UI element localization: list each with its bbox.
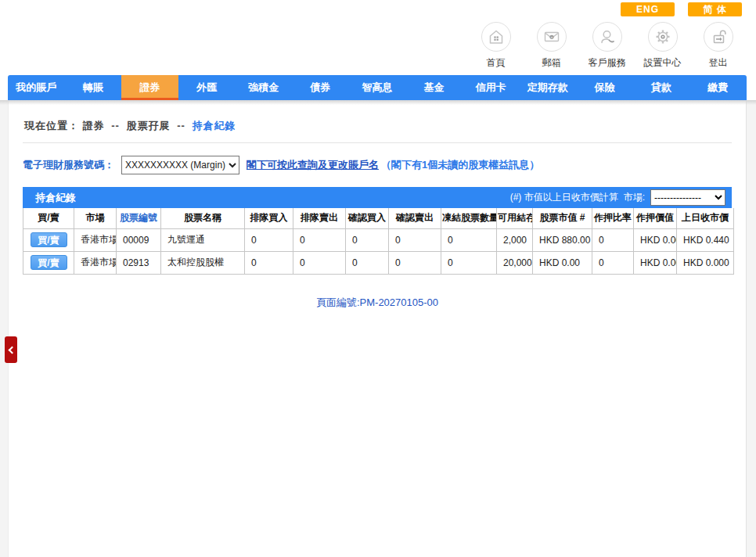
cell: 0 [389, 228, 441, 251]
cell: 香港市場 [74, 228, 117, 251]
nav-tab-13[interactable]: 繳費 [689, 75, 747, 100]
quick-item-5[interactable]: 登出 [690, 22, 746, 70]
nav-tab-11[interactable]: 保險 [576, 75, 633, 100]
breadcrumb-item-margin: 股票孖展 [127, 120, 171, 131]
breadcrumb-label: 現在位置： [24, 120, 79, 131]
column-header-3[interactable]: 股票編號 [117, 208, 161, 228]
cell: 0 [592, 251, 634, 274]
cell: 00009 [117, 228, 161, 251]
cell: 九號運通 [161, 228, 245, 251]
cell: 0 [245, 251, 293, 274]
mail-icon: e [537, 22, 567, 52]
top-header: ENG 简 体 首頁e郵箱客戶服務設置中心登出 [0, 0, 756, 75]
nav-tab-4[interactable]: 外匯 [178, 75, 236, 100]
column-header-8: 確認賣出 [389, 208, 441, 228]
nav-tab-10[interactable]: 定期存款 [519, 75, 576, 100]
positions-section: 持倉紀錄 (#) 市值以上日收市價計算 市場: --------------- [23, 187, 732, 275]
cell: 0 [346, 228, 389, 251]
quick-item-label: 客戶服務 [589, 56, 626, 70]
breadcrumb-separator: -- [108, 120, 123, 131]
nav-tab-8[interactable]: 基金 [405, 75, 463, 100]
quick-icons-bar: 首頁e郵箱客戶服務設置中心登出 [468, 22, 746, 70]
cell: 0 [293, 228, 346, 251]
table-row: 買/賣香港市場02913太和控股股權0000020,000HKD 0.000HK… [23, 251, 734, 274]
table-row: 買/賣香港市場00009九號運通000002,000HKD 880.000HKD… [23, 228, 734, 251]
buy-sell-button[interactable]: 買/賣 [31, 255, 67, 270]
nav-tab-9[interactable]: 信用卡 [463, 75, 520, 100]
home-icon [481, 22, 511, 52]
main-nav: 我的賬戶轉賬證券外匯強積金債券智高息基金信用卡定期存款保險貸款繳費 [8, 75, 747, 100]
change-account-name-link[interactable]: 閣下可按此查詢及更改賬戶名 [247, 158, 379, 172]
nav-tab-12[interactable]: 貸款 [633, 75, 690, 100]
cell: 香港市場 [74, 251, 117, 274]
action-cell: 買/賣 [23, 251, 74, 274]
cell: HKD 0.00 [634, 228, 677, 251]
quick-item-label: 登出 [709, 56, 728, 70]
action-cell: 買/賣 [23, 228, 74, 251]
market-value-note: (#) 市值以上日收市價計算 [510, 191, 618, 204]
breadcrumb-item-positions[interactable]: 持倉紀錄 [192, 120, 236, 131]
column-header-10: 可用結存 [497, 208, 533, 228]
column-header-4: 股票名稱 [161, 208, 245, 228]
account-number-label: 電子理財服務號碼： [23, 158, 114, 172]
cell: HKD 0.000 [677, 251, 734, 274]
breadcrumb: 現在位置： 證券 -- 股票孖展 -- 持倉紀錄 [23, 100, 732, 143]
breadcrumb-item-securities: 證券 [83, 120, 105, 131]
quick-item-2[interactable]: e郵箱 [524, 22, 579, 70]
positions-bar-right: (#) 市值以上日收市價計算 市場: --------------- [510, 189, 725, 206]
cell: 2,000 [497, 228, 533, 251]
logout-icon [704, 22, 733, 52]
cell: 0 [389, 251, 441, 274]
page-body: 現在位置： 證券 -- 股票孖展 -- 持倉紀錄 電子理財服務號碼： XXXXX… [0, 100, 756, 557]
settings-icon [648, 22, 678, 52]
quick-item-label: 郵箱 [542, 56, 561, 70]
market-filter-label: 市場: [624, 191, 645, 204]
buy-sell-button[interactable]: 買/賣 [31, 232, 67, 247]
nav-tab-2[interactable]: 轉賬 [65, 75, 122, 100]
cell: HKD 0.00 [634, 251, 677, 274]
cell: 20,000 [497, 251, 533, 274]
positions-header-bar: 持倉紀錄 (#) 市值以上日收市價計算 市場: --------------- [23, 187, 732, 208]
cell: HKD 0.00 [533, 251, 592, 274]
panel-collapse-tab[interactable] [5, 336, 17, 363]
cell: HKD 880.00 [533, 228, 592, 251]
column-header-12: 作押比率 [592, 208, 634, 228]
quick-item-label: 首頁 [487, 56, 506, 70]
positions-table-body: 買/賣香港市場00009九號運通000002,000HKD 880.000HKD… [23, 228, 734, 274]
nav-tab-3-active[interactable]: 證券 [121, 75, 178, 100]
quick-item-label: 設置中心 [644, 56, 682, 70]
cell: 0 [592, 228, 634, 251]
lang-simplified-button[interactable]: 简 体 [688, 2, 742, 16]
column-header-9: 凍結股票數量 [441, 208, 497, 228]
lang-eng-button[interactable]: ENG [621, 2, 675, 16]
cell: HKD 0.440 [677, 228, 734, 251]
column-header-11: 股票市值 # [533, 208, 592, 228]
nav-tab-1[interactable]: 我的賬戶 [8, 75, 65, 100]
quick-item-4[interactable]: 設置中心 [635, 22, 690, 70]
nav-tab-7[interactable]: 智高息 [349, 75, 406, 100]
cell: 0 [441, 228, 497, 251]
cell: 0 [441, 251, 497, 274]
column-header-13: 作押價值 [634, 208, 677, 228]
column-header-1: 買/賣 [23, 208, 74, 228]
cell: 02913 [117, 251, 161, 274]
breadcrumb-separator: -- [174, 120, 189, 131]
column-header-7: 確認買入 [346, 208, 389, 228]
account-number-select[interactable]: XXXXXXXXXX (Margin) [121, 156, 239, 174]
quick-item-3[interactable]: 客戶服務 [579, 22, 635, 70]
positions-table-head: 買/賣市場股票編號股票名稱排隊買入排隊賣出確認買入確認賣出凍結股票數量可用結存股… [23, 208, 734, 228]
cell: 0 [293, 251, 346, 274]
market-filter-select[interactable]: --------------- [650, 189, 725, 206]
positions-table: 買/賣市場股票編號股票名稱排隊買入排隊賣出確認買入確認賣出凍結股票數量可用結存股… [23, 208, 734, 275]
nav-tab-5[interactable]: 強積金 [235, 75, 292, 100]
content-panel: 現在位置： 證券 -- 股票孖展 -- 持倉紀錄 電子理財服務號碼： XXXXX… [8, 100, 747, 557]
page-id: 頁面編號:PM-20270105-00 [23, 296, 732, 310]
quick-item-1[interactable]: 首頁 [468, 22, 524, 70]
cell: 0 [245, 228, 293, 251]
nav-tab-6[interactable]: 債券 [292, 75, 349, 100]
language-switcher: ENG 简 体 [621, 2, 742, 16]
column-header-5: 排隊買入 [245, 208, 293, 228]
cell: 太和控股股權 [161, 251, 245, 274]
customer-service-icon [592, 22, 622, 52]
unread-rights-notice: （閣下有1個未讀的股東權益訊息） [381, 158, 539, 172]
